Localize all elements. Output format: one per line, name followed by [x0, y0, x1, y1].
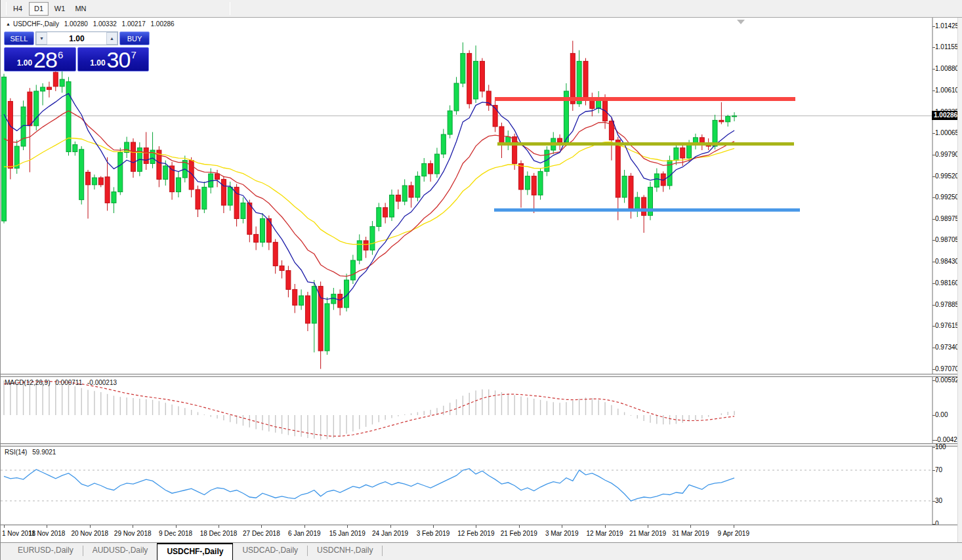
- high-value: 1.00332: [93, 20, 117, 28]
- date-axis-label: 9 Apr 2019: [718, 530, 749, 537]
- candle: [189, 157, 194, 197]
- rsi-axis-tick: [932, 501, 935, 502]
- date-axis-tick: [219, 525, 219, 528]
- price-axis-label: 1.00065: [935, 129, 959, 136]
- price-axis-label: 0.99250: [935, 193, 959, 201]
- rsi-axis-label: 100: [935, 443, 946, 450]
- timeframe-toolbar: H4D1W1MN: [1, 0, 962, 18]
- toolbar-divider: [6, 2, 7, 15]
- candle: [693, 134, 698, 150]
- date-axis-tick: [519, 525, 520, 528]
- date-axis-label: 12 Feb 2019: [457, 530, 494, 537]
- volume-decrease-button[interactable]: ▼: [36, 32, 47, 45]
- price-axis-label: 0.97885: [935, 301, 959, 308]
- date-axis-label: 12 Mar 2019: [587, 530, 623, 537]
- date-axis-label: 15 Jan 2019: [329, 530, 366, 537]
- tab-audusd-daily[interactable]: AUDUSD-,Daily: [83, 543, 157, 559]
- candle: [305, 292, 310, 331]
- price-axis-tick: [932, 176, 935, 177]
- price-axis-label: 0.98160: [935, 279, 959, 287]
- candle: [499, 123, 504, 158]
- macd-value: 0.000711: [55, 379, 82, 386]
- rsi-indicator-label: RSI(14) 59.9021: [5, 449, 56, 456]
- price-axis-label: 1.01425: [935, 22, 959, 30]
- price-axis-tick: [932, 90, 935, 91]
- date-axis-tick: [648, 525, 648, 528]
- candle: [79, 146, 84, 205]
- tab-eurusd-daily[interactable]: EURUSD-,Daily: [9, 543, 83, 559]
- candle: [312, 280, 316, 352]
- macd-name: MACD(12,26,9): [5, 379, 50, 386]
- right-scrollbar-strip[interactable]: [957, 18, 962, 542]
- date-axis-label: 24 Jan 2019: [372, 530, 408, 537]
- tab-divider: [382, 546, 383, 556]
- tab-usdcad-daily[interactable]: USDCAD-,Daily: [233, 543, 307, 559]
- candle: [273, 239, 278, 274]
- timeframe-button-mn[interactable]: MN: [71, 2, 91, 16]
- candle: [280, 260, 284, 279]
- candle: [409, 182, 413, 208]
- date-axis-tick: [433, 525, 434, 528]
- price-axis-label: 0.97070: [935, 365, 959, 372]
- date-axis-label: 27 Dec 2018: [243, 530, 280, 537]
- rsi-chart[interactable]: [1, 447, 962, 525]
- price-axis-tick: [932, 197, 935, 198]
- one-click-trading-widget: SELL ▼ 1.00 ▲ BUY 1.00 28 6 1.00 30 7: [4, 31, 150, 71]
- price-axis-tick: [932, 219, 935, 220]
- buy-button[interactable]: BUY: [119, 31, 150, 45]
- sell-price-main: 28: [33, 49, 57, 71]
- candle: [493, 100, 497, 132]
- sell-button[interactable]: SELL: [4, 31, 34, 45]
- candle: [519, 161, 524, 208]
- price-axis-tick: [932, 47, 935, 48]
- volume-input[interactable]: 1.00: [47, 32, 106, 45]
- candle: [105, 157, 110, 211]
- candle: [176, 171, 180, 197]
- candle: [41, 83, 45, 106]
- date-axis-label: 6 Jan 2019: [288, 530, 321, 537]
- price-axis-label: 1.00880: [935, 65, 959, 72]
- date-axis-label: 31 Mar 2019: [672, 530, 709, 537]
- candle: [674, 142, 679, 165]
- candle: [163, 161, 168, 186]
- candle: [150, 132, 155, 168]
- candle: [719, 102, 724, 125]
- rsi-line: [4, 469, 734, 501]
- candle: [648, 182, 653, 220]
- macd-axis-tick: [932, 440, 935, 441]
- date-axis-label: 20 Nov 2018: [71, 530, 108, 537]
- macd-axis-tick: [932, 380, 935, 381]
- collapse-arrow-icon[interactable]: ▲: [6, 22, 10, 26]
- date-axis-tick: [734, 525, 734, 528]
- candle: [261, 213, 265, 247]
- sell-quote-panel[interactable]: 1.00 28 6: [4, 47, 76, 71]
- candle: [429, 161, 433, 182]
- candle: [441, 129, 446, 158]
- timeframe-button-d1[interactable]: D1: [29, 2, 49, 16]
- chart-autoscroll-marker[interactable]: [737, 20, 745, 24]
- price-axis-tick: [932, 326, 935, 327]
- macd-chart[interactable]: [1, 377, 962, 443]
- rsi-axis-tick: [932, 470, 935, 471]
- buy-quote-panel[interactable]: 1.00 30 7: [77, 47, 149, 71]
- timeframe-button-h4[interactable]: H4: [8, 2, 28, 16]
- candle: [434, 148, 439, 178]
- low-value: 1.00217: [122, 20, 146, 28]
- sell-price-pip: 6: [58, 49, 63, 60]
- volume-increase-button[interactable]: ▲: [106, 32, 117, 45]
- date-axis-tick: [47, 525, 47, 528]
- candle: [474, 45, 478, 103]
- tab-usdchf-daily[interactable]: USDCHF-,Daily: [157, 543, 233, 560]
- date-axis-tick: [176, 525, 177, 528]
- price-axis-label: 0.99790: [935, 151, 959, 158]
- macd-indicator-label: MACD(12,26,9) 0.000711 -0.000213: [5, 379, 117, 386]
- candle: [221, 176, 226, 213]
- price-axis-tick: [932, 369, 935, 370]
- price-axis-tick: [932, 240, 935, 241]
- candle: [299, 289, 304, 310]
- timeframe-button-w1[interactable]: W1: [50, 2, 70, 16]
- price-axis-tick: [932, 155, 935, 155]
- candle: [661, 171, 665, 191]
- tab-usdcnh-daily[interactable]: USDCNH-,Daily: [308, 543, 382, 559]
- date-axis-label: 9 Dec 2018: [159, 530, 192, 537]
